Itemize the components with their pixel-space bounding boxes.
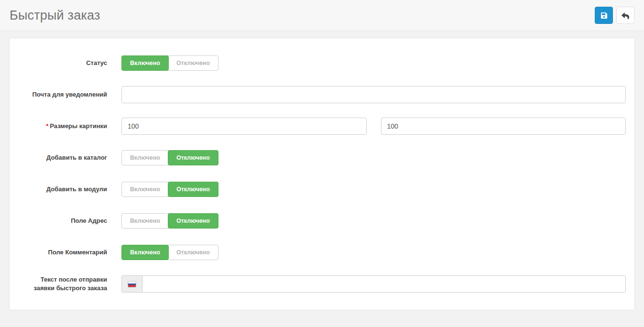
add-to-catalog-off-button[interactable]: Отключено xyxy=(168,150,218,165)
page-title: Быстрый заказ xyxy=(10,8,100,23)
comment-field-toggle[interactable]: Включено Отключено xyxy=(121,245,218,260)
address-field-label: Поле Адрес xyxy=(18,217,121,225)
image-height-input[interactable] xyxy=(381,118,626,135)
russian-flag-icon xyxy=(128,282,136,287)
notification-email-label: Почта для уведомлений xyxy=(18,90,121,99)
status-off-button[interactable]: Отключено xyxy=(168,56,218,70)
add-to-catalog-toggle[interactable]: Включено Отключено xyxy=(121,150,218,165)
comment-field-label: Поле Комментарий xyxy=(18,248,121,257)
page-header: Быстрый заказ xyxy=(0,0,644,31)
add-to-modules-on-button[interactable]: Включено xyxy=(122,182,168,196)
reply-arrow-icon xyxy=(622,11,629,19)
save-button[interactable] xyxy=(595,7,613,24)
add-to-catalog-label: Добавить в каталог xyxy=(18,153,121,162)
form-row-image-size: *Размеры картинки xyxy=(18,118,626,135)
form-row-notification-email: Почта для уведомлений xyxy=(18,86,626,103)
required-marker: * xyxy=(46,122,48,130)
image-size-label-text: Размеры картинки xyxy=(50,122,107,130)
image-size-label: *Размеры картинки xyxy=(18,122,121,131)
address-field-toggle[interactable]: Включено Отключено xyxy=(121,213,218,229)
back-button[interactable] xyxy=(616,7,634,24)
settings-panel: Статус Включено Отключено Почта для увед… xyxy=(9,38,635,310)
after-submit-text-label: Текст после отправки заявки быстрого зак… xyxy=(18,275,121,293)
image-width-input[interactable] xyxy=(121,118,367,135)
notification-email-input[interactable] xyxy=(121,86,626,103)
status-label: Статус xyxy=(18,59,121,67)
add-to-modules-off-button[interactable]: Отключено xyxy=(168,182,218,197)
form-row-after-submit-text: Текст после отправки заявки быстрого зак… xyxy=(18,275,626,293)
address-field-off-button[interactable]: Отключено xyxy=(168,213,218,229)
add-to-catalog-on-button[interactable]: Включено xyxy=(122,151,168,165)
comment-field-off-button[interactable]: Отключено xyxy=(168,245,218,260)
add-to-modules-label: Добавить в модули xyxy=(18,185,121,194)
form-row-address-field: Поле Адрес Включено Отключено xyxy=(18,212,626,229)
status-on-button[interactable]: Включено xyxy=(121,55,169,71)
header-actions xyxy=(595,7,634,24)
status-toggle[interactable]: Включено Отключено xyxy=(121,55,218,71)
form-row-comment-field: Поле Комментарий Включено Отключено xyxy=(18,244,626,261)
form-row-status: Статус Включено Отключено xyxy=(18,54,626,72)
floppy-disk-icon xyxy=(600,12,608,19)
form-row-add-to-catalog: Добавить в каталог Включено Отключено xyxy=(18,149,626,166)
form-row-add-to-modules: Добавить в модули Включено Отключено xyxy=(18,181,626,198)
language-addon xyxy=(121,275,142,293)
page-content: Статус Включено Отключено Почта для увед… xyxy=(0,31,644,317)
add-to-modules-toggle[interactable]: Включено Отключено xyxy=(121,182,218,197)
comment-field-on-button[interactable]: Включено xyxy=(121,245,169,260)
address-field-on-button[interactable]: Включено xyxy=(122,214,168,228)
after-submit-text-input[interactable] xyxy=(142,275,626,293)
